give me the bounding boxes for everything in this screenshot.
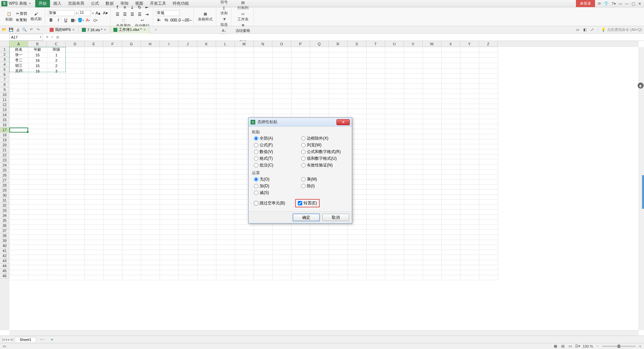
skip-blanks-checkbox[interactable]: 跳过空单元(B) [254,199,285,207]
cell-Z30[interactable] [479,195,498,200]
cell-Y9[interactable] [460,89,479,94]
cell-Q10[interactable] [310,94,329,99]
cell-T30[interactable] [366,195,385,200]
cell-J27[interactable] [178,180,197,185]
cell-W7[interactable] [423,79,441,84]
cell-Z45[interactable] [479,270,498,275]
cell-B10[interactable] [28,94,47,99]
cell-X30[interactable] [441,195,460,200]
cell-N4[interactable] [254,63,272,68]
cell-N43[interactable] [254,260,272,265]
cell-N45[interactable] [254,270,272,275]
col-header-E[interactable]: E [85,41,103,47]
cell-T34[interactable] [366,215,385,220]
cell-T21[interactable] [366,149,385,154]
cell-P3[interactable] [291,58,310,63]
cell-D28[interactable] [66,185,85,190]
cell-M1[interactable] [235,47,254,52]
cell-O9[interactable] [272,89,291,94]
paste-option[interactable]: 格式(T) [254,156,301,161]
cell-N3[interactable] [254,58,272,63]
cell-H3[interactable] [141,58,160,63]
transpose-checkbox[interactable]: 转置(E) [298,200,317,206]
cell-B40[interactable] [28,245,47,250]
cell-L35[interactable] [216,220,235,225]
cell-H21[interactable] [141,149,160,154]
cell-K19[interactable] [197,139,216,144]
cell-H22[interactable] [141,154,160,159]
undo-icon[interactable]: ↶ [29,28,34,32]
cell-B38[interactable] [28,235,47,240]
cell-E3[interactable] [85,58,103,63]
cell-G35[interactable] [122,220,141,225]
cell-K43[interactable] [197,260,216,265]
cell-A17[interactable] [9,129,28,134]
cell-K5[interactable] [197,68,216,74]
cell-N42[interactable] [254,255,272,260]
cell-G18[interactable] [122,134,141,139]
increase-font-button[interactable]: A▴ [95,10,101,16]
cell-L40[interactable] [216,245,235,250]
cell-J38[interactable] [178,235,197,240]
cell-B12[interactable] [28,104,47,109]
cell-T39[interactable] [366,240,385,245]
justify-button[interactable]: ☰ [137,11,143,17]
cancel-button[interactable]: 取消 [322,214,349,221]
cell-T15[interactable] [366,119,385,124]
cell-L46[interactable] [216,275,235,280]
cell-K33[interactable] [197,210,216,215]
cell-K9[interactable] [197,89,216,94]
cell-Y16[interactable] [460,124,479,129]
cell-L42[interactable] [216,255,235,260]
cell-F1[interactable] [103,47,122,52]
cell-T23[interactable] [366,159,385,164]
cell-B39[interactable] [28,240,47,245]
cell-U31[interactable] [385,200,404,205]
cell-A37[interactable] [9,230,28,235]
cell-T4[interactable] [366,63,385,68]
cell-R37[interactable] [329,230,347,235]
cell-V15[interactable] [404,119,423,124]
cell-R45[interactable] [329,270,347,275]
cell-L11[interactable] [216,99,235,104]
cell-C22[interactable] [47,154,66,159]
cell-F23[interactable] [103,159,122,164]
cell-C4[interactable]: 2 [47,63,66,68]
cell-T43[interactable] [366,260,385,265]
cell-E40[interactable] [85,245,103,250]
border-button[interactable]: ▦▾ [70,17,76,23]
paste-option[interactable]: 批注(C) [254,162,301,168]
cell-Q12[interactable] [310,104,329,109]
cell-I6[interactable] [160,74,178,79]
cell-F16[interactable] [103,124,122,129]
cell-E16[interactable] [85,124,103,129]
sync-icon[interactable]: ⟳ [598,1,601,6]
cell-P10[interactable] [291,94,310,99]
cell-S44[interactable] [347,265,366,270]
cell-E13[interactable] [85,109,103,114]
cell-G30[interactable] [122,195,141,200]
cell-A11[interactable] [9,99,28,104]
cell-O1[interactable] [272,47,291,52]
operation-option[interactable] [301,190,348,196]
cell-Y34[interactable] [460,215,479,220]
formula-input[interactable] [61,34,644,40]
cell-F30[interactable] [103,195,122,200]
cell-R46[interactable] [329,275,347,280]
cell-U24[interactable] [385,164,404,169]
cell-E35[interactable] [85,220,103,225]
paste-option[interactable]: 值和数字格式(U) [301,156,348,161]
cell-E14[interactable] [85,114,103,119]
copy-button[interactable]: ⧉复制 [15,17,28,23]
cell-H12[interactable] [141,104,160,109]
cell-D12[interactable] [66,104,85,109]
print-preview-icon[interactable]: 🔍 [22,28,27,32]
cell-L25[interactable] [216,169,235,174]
cell-U30[interactable] [385,195,404,200]
cell-A40[interactable] [9,245,28,250]
cell-F6[interactable] [103,74,122,79]
cell-A5[interactable]: 吴四 [9,68,28,74]
cell-W22[interactable] [423,154,441,159]
cell-A38[interactable] [9,235,28,240]
cell-R12[interactable] [329,104,347,109]
